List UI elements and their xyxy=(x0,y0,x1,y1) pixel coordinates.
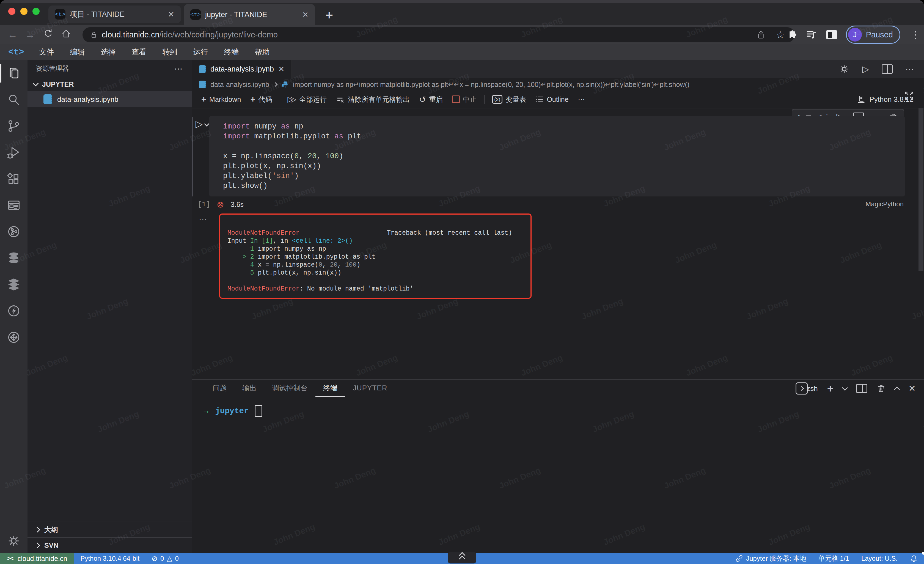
close-icon[interactable]: ✕ xyxy=(278,65,284,74)
close-panel-icon[interactable]: ✕ xyxy=(908,383,916,394)
add-code-button[interactable]: +代码 xyxy=(246,94,277,104)
remote-hub-icon[interactable] xyxy=(0,324,27,350)
close-tab-icon[interactable]: ✕ xyxy=(295,10,309,19)
more-actions-icon[interactable]: ⋯ xyxy=(905,64,915,74)
breadcrumb-file[interactable]: data-analysis.ipynb xyxy=(210,81,269,89)
extensions-icon[interactable] xyxy=(0,165,27,192)
menu-edit[interactable]: 编辑 xyxy=(62,47,93,57)
divider xyxy=(280,95,280,104)
outline-button[interactable]: Outline xyxy=(531,95,573,104)
notifications-bell-icon[interactable] xyxy=(904,553,924,564)
terminal-prompt-line[interactable]: → jupyter xyxy=(204,405,924,417)
run-all-icon: ▷▷ xyxy=(288,95,294,104)
remote-indicator[interactable]: >< cloud.titanide.cn xyxy=(0,553,74,564)
editor-tab-notebook[interactable]: data-analysis.ipynb ✕ xyxy=(192,60,292,78)
sidebar-section-jupyter[interactable]: JUPYTER xyxy=(27,77,192,91)
python-interpreter[interactable]: Python 3.10.4 64-bit xyxy=(74,553,146,564)
cell-code[interactable]: import numpy as npimport matplotlib.pypl… xyxy=(223,122,905,191)
layout-indicator[interactable]: Layout: U.S. xyxy=(855,553,904,564)
editor-scrollbar[interactable] xyxy=(918,108,924,271)
chevron-down-icon xyxy=(33,80,39,86)
section-outline[interactable]: 大纲 xyxy=(27,522,192,537)
fullscreen-icon[interactable] xyxy=(904,90,915,103)
database-icon[interactable] xyxy=(0,245,27,271)
preview-icon[interactable] xyxy=(0,192,27,218)
cell-position-indicator[interactable]: 单元格 1/1 xyxy=(812,553,855,564)
chevron-right-icon xyxy=(34,527,40,532)
forward-icon[interactable]: → xyxy=(25,29,35,41)
menu-file[interactable]: 文件 xyxy=(32,47,62,57)
menu-help[interactable]: 帮助 xyxy=(247,47,278,57)
link-icon xyxy=(735,554,743,562)
breadcrumb[interactable]: data-analysis.ipynb import numpy as np↵i… xyxy=(192,78,924,91)
menu-run[interactable]: 运行 xyxy=(185,47,216,57)
panel-tab-jupyter[interactable]: JUPYTER xyxy=(345,380,395,397)
code-cell[interactable]: import numpy as npimport matplotlib.pypl… xyxy=(209,116,905,196)
browser-tab-project[interactable]: <t> 项目 - TITANIDE ✕ xyxy=(48,6,181,23)
browser-menu-icon[interactable]: ⋮ xyxy=(911,29,920,40)
jupyter-server-indicator[interactable]: Jupyter 服务器: 本地 xyxy=(729,553,812,564)
source-control-icon[interactable] xyxy=(0,113,27,139)
variables-button[interactable]: (x)变量表 xyxy=(487,95,531,104)
address-bar[interactable]: cloud.titanide.cn/ide/web/coding/jupyter… xyxy=(82,27,795,42)
new-terminal-icon[interactable]: + xyxy=(827,382,834,395)
file-item-notebook[interactable]: data-analysis.ipynb xyxy=(27,91,192,107)
run-all-button[interactable]: ▷▷全部运行 xyxy=(283,95,332,104)
breadcrumb-code[interactable]: import numpy as np↵import matplotlib.pyp… xyxy=(293,81,689,89)
menu-view[interactable]: 查看 xyxy=(124,47,154,57)
shell-selector[interactable]: zsh xyxy=(796,382,818,394)
extensions-puzzle-icon[interactable] xyxy=(786,29,797,40)
split-terminal-icon[interactable] xyxy=(856,384,867,393)
editor-area: data-analysis.ipynb ✕ ▷ ⋯ data-analysis.… xyxy=(192,60,924,379)
split-editor-icon[interactable] xyxy=(882,65,892,74)
interrupt-button[interactable]: 中止 xyxy=(447,95,481,104)
browser-tab-jupyter[interactable]: <t> jupyter - TITANIDE ✕ xyxy=(184,4,315,25)
bookmark-star-icon[interactable]: ☆ xyxy=(776,29,785,41)
notebook-settings-gear-icon[interactable] xyxy=(839,64,849,74)
lightning-icon[interactable] xyxy=(0,298,27,324)
minimize-window-button[interactable] xyxy=(20,8,27,15)
stop-icon xyxy=(452,95,460,103)
browser-tab-title: 项目 - TITANIDE xyxy=(70,9,124,19)
media-playlist-icon[interactable] xyxy=(806,29,817,41)
run-cell-button[interactable]: ▷ xyxy=(195,118,208,129)
restart-button[interactable]: ↺重启 xyxy=(414,95,447,104)
add-markdown-button[interactable]: +Markdown xyxy=(196,94,246,104)
section-svn[interactable]: SVN xyxy=(27,537,192,553)
run-icon[interactable]: ▷ xyxy=(862,64,869,74)
menu-goto[interactable]: 转到 xyxy=(154,47,185,57)
new-tab-button[interactable]: + xyxy=(326,8,333,23)
search-icon[interactable] xyxy=(0,86,27,113)
panel-tab-output[interactable]: 输出 xyxy=(235,380,264,397)
toolbar-more-button[interactable]: ⋯ xyxy=(573,95,590,104)
problems-indicator[interactable]: ⊘0 △0 xyxy=(146,553,185,564)
menu-selection[interactable]: 选择 xyxy=(93,47,124,57)
panel-tab-debug-console[interactable]: 调试控制台 xyxy=(264,380,315,397)
sidebar-more-icon[interactable]: ⋯ xyxy=(174,64,183,74)
run-debug-icon[interactable] xyxy=(0,139,27,165)
browser-profile-chip[interactable]: J Paused xyxy=(846,26,900,44)
zoom-window-button[interactable] xyxy=(33,8,40,15)
settings-gear-icon[interactable] xyxy=(0,534,27,548)
home-icon[interactable] xyxy=(61,29,72,41)
menu-terminal[interactable]: 终端 xyxy=(216,47,247,57)
panel-tab-problems[interactable]: 问题 xyxy=(205,380,235,397)
chevron-right-icon xyxy=(273,82,278,87)
terminal-dropdown-icon[interactable] xyxy=(842,385,848,390)
kill-terminal-icon[interactable] xyxy=(877,384,885,393)
maximize-panel-icon[interactable] xyxy=(894,386,900,392)
layers-icon[interactable] xyxy=(0,271,27,298)
reload-icon[interactable] xyxy=(43,29,53,41)
output-collapse-icon[interactable]: ⋯ xyxy=(199,214,208,224)
fork-circle-icon[interactable] xyxy=(0,218,27,245)
close-tab-icon[interactable]: ✕ xyxy=(161,10,174,19)
panel-tab-terminal[interactable]: 终端 xyxy=(315,380,345,397)
language-mode-label[interactable]: MagicPython xyxy=(866,200,904,208)
clear-outputs-button[interactable]: 清除所有单元格输出 xyxy=(332,95,414,104)
close-window-button[interactable] xyxy=(8,8,15,15)
panel-collapse-handle[interactable] xyxy=(448,552,476,564)
sidebar-toggle-icon[interactable] xyxy=(826,30,837,39)
explorer-icon[interactable] xyxy=(0,60,27,86)
share-icon[interactable] xyxy=(756,30,766,40)
back-icon[interactable]: ← xyxy=(8,29,18,41)
